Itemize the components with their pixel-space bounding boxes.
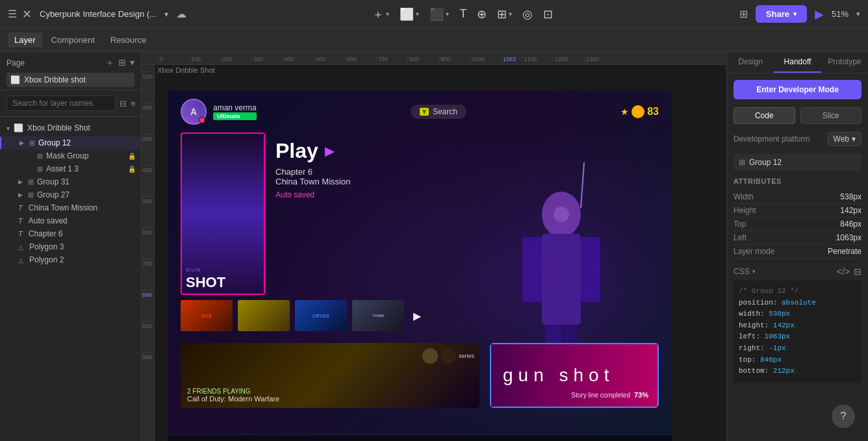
frame-tool-btn[interactable]: ⬜ ▾ (400, 7, 419, 21)
list-view-icon[interactable]: ≡ (131, 99, 136, 108)
xbox-bottom-section: 2 FRIENDS PLAYING Call of Duty: Modern W… (168, 338, 672, 408)
css-header: CSS ▾ </> ⊟ (734, 266, 862, 277)
add-tool-btn[interactable]: ＋ ▾ (372, 6, 389, 22)
play-preview-icon[interactable]: ▶ (815, 7, 824, 21)
gunshot-banner[interactable]: gun shot 538×142 Story line completed 73… (490, 343, 659, 408)
left-panel: Page ＋ ⊞ ▾ ⬜ Xbox Dribble shot ⊟ ≡ (0, 52, 142, 441)
canvas-area[interactable]: 0 100 200 300 400 500 600 700 800 900 10… (142, 52, 726, 441)
page-actions: ＋ ⊞ ▾ (105, 57, 134, 69)
circle-tool-btn[interactable]: ◎ (522, 7, 533, 21)
ruler-top: 0 100 200 300 400 500 600 700 800 900 10… (142, 52, 726, 65)
folder-icon[interactable]: ⊞ (118, 57, 126, 69)
slice-tab-btn[interactable]: Slice (800, 107, 862, 124)
ruler-mark-0: 0 (158, 56, 189, 63)
tab-component[interactable]: Component (45, 32, 101, 47)
ruler-mark-600: 600 (345, 56, 376, 63)
css-actions: </> ⊟ (837, 266, 862, 277)
css-expand-arrow[interactable]: ▾ (752, 268, 756, 275)
slice-tool-btn[interactable]: ⊡ (543, 7, 553, 21)
layer-item-autosaved[interactable]: T Auto saved (0, 214, 141, 227)
css-code-icon[interactable]: </> (837, 266, 850, 277)
featured-img-bg: GUN SHOT (182, 134, 264, 294)
thumb-game2[interactable] (238, 300, 290, 331)
layer-tree: ▾ ⬜ Xbox Dribble Shot ▶ ⊞ Group 12 ⊞ Mas… (0, 117, 141, 441)
search-button[interactable]: Y Search (411, 105, 466, 119)
help-button[interactable]: ? (832, 405, 855, 428)
css-prop-top: top: 846px; (739, 355, 856, 366)
layer-item-chapter6[interactable]: T Chapter 6 (0, 227, 141, 240)
search-label: Search (433, 107, 457, 116)
share-button[interactable]: Share ▾ (756, 5, 807, 23)
root-item[interactable]: ▾ ⬜ Xbox Dribble Shot (6, 122, 134, 134)
menu-icon[interactable]: ☰ (8, 8, 17, 20)
layer-item-group31[interactable]: ▶ ⊞ Group 31 (0, 175, 141, 188)
cloud-sync-icon: ☁ (176, 8, 186, 20)
thumb-tomb-raider[interactable]: TOMB (352, 300, 404, 331)
design-frame[interactable]: A aman verma Ultimate Y Search (168, 91, 672, 441)
component-tool-btn[interactable]: ⊞ ▾ (497, 7, 512, 21)
plugin-icon[interactable]: ⊞ (739, 8, 748, 20)
close-icon[interactable]: ✕ (22, 7, 32, 21)
code-slice-row: Code Slice (734, 107, 862, 124)
page-menu-icon[interactable]: ▾ (130, 57, 134, 69)
document-title: Cyberpunk Interface Design (... (40, 9, 157, 19)
thumb-farcry5[interactable]: FC5 (181, 300, 233, 331)
dev-platform-select[interactable]: Web ▾ (828, 132, 862, 146)
ruler-mark-800: 800 (407, 56, 439, 63)
pen-tool-btn[interactable]: ⊕ (477, 7, 487, 21)
css-prop-position: position: absolute; (739, 297, 856, 309)
right-tab-design[interactable]: Design (727, 52, 774, 73)
play-icon[interactable]: ▶ (325, 144, 334, 158)
right-panel-content: Enter Developer Mode Code Slice Developm… (727, 73, 868, 441)
thumb-crysis[interactable]: CRYSIS (295, 300, 347, 331)
shape-tool-btn[interactable]: ⬛ ▾ (429, 7, 449, 21)
star-icon: ★ (620, 107, 629, 117)
title-dropdown-arrow[interactable]: ▾ (164, 10, 168, 19)
css-section: CSS ▾ </> ⊟ /* Group 12 */ position: abs… (734, 266, 862, 383)
asset13-lock-icon: 🔒 (128, 166, 136, 173)
ruler-mark-1300: 1300 (584, 56, 615, 63)
ruler-mark-1100: 1100 (522, 56, 553, 63)
right-panel: Design Handoff Prototype Enter Developer… (726, 52, 868, 441)
layer-item-maskgroup[interactable]: ⊞ Mask Group 🔒 (0, 149, 141, 162)
add-page-icon[interactable]: ＋ (105, 57, 114, 69)
code-tab-btn[interactable]: Code (734, 107, 795, 124)
right-tab-handoff[interactable]: Handoff (774, 52, 821, 73)
featured-game-art[interactable]: GUN SHOT (181, 132, 265, 295)
cod-section[interactable]: 2 FRIENDS PLAYING Call of Duty: Modern W… (181, 343, 479, 408)
layer-item-polygon3[interactable]: △ Polygon 3 (0, 240, 141, 253)
ruler-mark-100: 100 (189, 56, 220, 63)
layer-item-chinatown[interactable]: T China Town Mission (0, 201, 141, 214)
enter-dev-mode-button[interactable]: Enter Developer Mode (734, 80, 862, 99)
filter-icon[interactable]: ⊟ (120, 99, 127, 108)
layer-item-group12[interactable]: ▶ ⊞ Group 12 (0, 136, 141, 149)
page-file-item[interactable]: ⬜ Xbox Dribble shot (6, 73, 134, 87)
css-prop-width: width: 538px; (739, 309, 856, 320)
selected-group-name: Group 12 (749, 158, 782, 167)
zoom-dropdown[interactable]: ▾ (856, 10, 860, 18)
layer-item-asset13[interactable]: ⊞ Asset 1 3 🔒 (0, 162, 141, 175)
attributes-section: Attributes Width 538px Height 142px Top … (734, 177, 862, 258)
topbar-right-actions: ⊞ Share ▾ ▶ 51% ▾ (739, 5, 860, 23)
svg-rect-2 (522, 237, 542, 302)
tab-layer[interactable]: Layer (8, 32, 42, 47)
tab-resource[interactable]: Resource (104, 32, 153, 47)
css-code-block: /* Group 12 */ position: absolute; width… (734, 281, 862, 383)
polygon2-name: Polygon 2 (29, 255, 136, 264)
layer-item-group27[interactable]: ▶ ⊞ Group 27 (0, 188, 141, 201)
page-header: Page ＋ ⊞ ▾ (6, 57, 134, 69)
group31-icon: ⊞ (28, 178, 34, 186)
search-input[interactable] (6, 95, 116, 111)
group12-name: Group 12 (38, 138, 136, 147)
right-tab-prototype[interactable]: Prototype (821, 52, 868, 73)
tree-root: ▾ ⬜ Xbox Dribble Shot (0, 120, 141, 136)
attr-width-value: 538px (840, 192, 862, 201)
root-expand-arrow: ▾ (6, 125, 10, 132)
css-copy-icon[interactable]: ⊟ (854, 266, 862, 277)
selected-group-header: ⊞ Group 12 (734, 154, 862, 171)
zoom-level[interactable]: 51% (832, 9, 849, 19)
group27-name: Group 27 (37, 190, 136, 199)
layer-item-polygon2[interactable]: △ Polygon 2 (0, 253, 141, 266)
text-tool-btn[interactable]: T (459, 7, 466, 21)
thumb-play-btn[interactable]: ▶ (409, 300, 425, 331)
